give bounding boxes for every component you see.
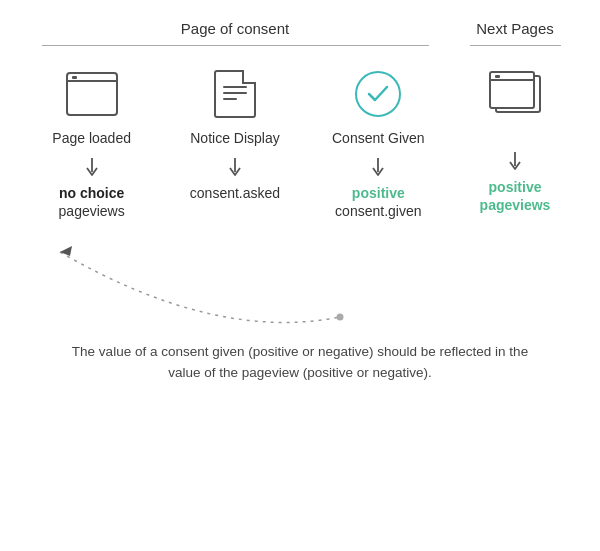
down-arrow-1 — [27, 158, 157, 178]
next-pages-divider — [470, 45, 561, 46]
positive-text-2: positive — [489, 179, 542, 195]
down-arrow-2 — [170, 158, 300, 178]
arrow-1 — [27, 150, 157, 184]
browser-icon — [66, 72, 118, 116]
page-loaded-col — [27, 68, 157, 120]
consent-given-col — [313, 68, 443, 120]
arrow-3 — [313, 150, 443, 184]
doc-icon-box — [206, 68, 264, 120]
pages-icon-box — [486, 68, 544, 120]
icons-row — [20, 68, 450, 120]
pageviews-text-1: pageviews — [59, 203, 125, 219]
pageviews-text-2: pageviews — [480, 197, 551, 213]
main-container: Page of consent — [0, 0, 600, 551]
next-pages-section: Next Pages positive pag — [450, 20, 580, 214]
next-pages-title: Next Pages — [476, 20, 554, 37]
down-arrow-3 — [313, 158, 443, 178]
arc-arrowhead — [60, 246, 72, 256]
page-of-consent-section: Page of consent — [20, 20, 450, 222]
arrows-row — [20, 150, 450, 184]
browser-icon-box — [63, 68, 121, 120]
stacked-pages-icon — [489, 71, 541, 117]
document-icon — [214, 70, 256, 118]
page-loaded-value: no choice pageviews — [27, 184, 157, 222]
consent-asked-text: consent.asked — [190, 185, 280, 201]
consent-given-value: positive consent.given — [313, 184, 443, 222]
doc-line-2 — [223, 92, 247, 94]
check-icon-box — [349, 68, 407, 120]
doc-line-3 — [223, 98, 237, 100]
notice-display-col — [170, 68, 300, 120]
doc-lines — [223, 86, 247, 100]
description-text: The value of a consent given (positive o… — [0, 342, 600, 384]
positive-text-1: positive — [352, 185, 405, 201]
labels-row: Page loaded Notice Display Consent Given — [20, 130, 450, 146]
arc-end-dot — [337, 313, 344, 320]
values-row: no choice pageviews consent.asked positi… — [20, 184, 450, 222]
arc-section — [0, 232, 600, 342]
no-choice-text: no choice — [59, 185, 124, 201]
down-arrow-4 — [508, 152, 522, 172]
consent-divider — [42, 45, 429, 46]
top-section: Page of consent — [0, 20, 600, 222]
checkmark-icon — [355, 71, 401, 117]
notice-display-value: consent.asked — [170, 184, 300, 204]
arrow-2 — [170, 150, 300, 184]
next-pages-value: positive pageviews — [450, 178, 580, 214]
notice-display-label: Notice Display — [170, 130, 300, 146]
consent-given-text: consent.given — [335, 203, 421, 219]
page-loaded-label: Page loaded — [27, 130, 157, 146]
page-of-consent-title: Page of consent — [181, 20, 289, 37]
front-page — [489, 71, 535, 109]
doc-line-1 — [223, 86, 247, 88]
arc-svg — [0, 232, 600, 342]
arc-path — [60, 252, 340, 322]
consent-given-label: Consent Given — [313, 130, 443, 146]
